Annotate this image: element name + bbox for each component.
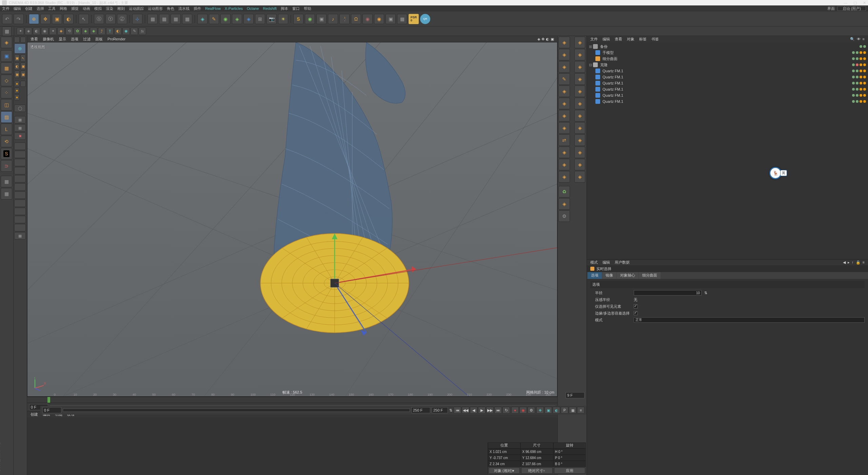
psr-reset[interactable]: PSR0 [409, 14, 419, 24]
palette-tool[interactable]: ▣ [14, 54, 20, 62]
palette-tool[interactable]: ↖ [20, 54, 26, 62]
goto-end[interactable]: ⏭ [494, 407, 502, 414]
palette-tool[interactable]: ▦ [14, 116, 26, 124]
am-nav-fwd[interactable]: ▸ [848, 260, 850, 265]
plugin-btn[interactable]: ▦ [397, 14, 407, 24]
rp-tool[interactable]: ◈ [558, 61, 570, 73]
menu-item[interactable]: 渲染 [106, 6, 113, 11]
pen-tool[interactable]: ✎ [209, 14, 219, 24]
camera[interactable]: 📷 [267, 14, 277, 24]
sec-tool[interactable]: ◐ [33, 27, 40, 35]
menu-item[interactable]: 插件 [194, 6, 201, 11]
sec-tool[interactable]: ◈ [57, 27, 65, 35]
palette-tool[interactable] [14, 216, 26, 223]
sec-tool[interactable]: ⤴ [98, 27, 105, 35]
palette-tool[interactable]: ▦ [14, 124, 26, 132]
menu-item[interactable]: 文件 [2, 6, 9, 11]
am-nav-up[interactable]: ↑ [852, 260, 854, 265]
rp2-tool[interactable]: ◈ [574, 134, 585, 146]
vp-menu-item[interactable]: 过滤 [83, 37, 91, 42]
attr-checkbox[interactable] [634, 304, 638, 308]
rp2-tool[interactable]: ◈ [574, 122, 585, 134]
object-row[interactable]: Quartz FM.1 [587, 92, 868, 98]
vp-menu-item[interactable]: 选项 [71, 37, 78, 42]
object-row[interactable]: ⊟克隆 [587, 62, 868, 68]
deformer[interactable]: ◈ [243, 14, 254, 24]
light[interactable]: ☀ [278, 14, 288, 24]
next-key[interactable]: ▶▶ [486, 407, 494, 414]
am-tab[interactable]: 选项 [588, 272, 602, 279]
rp-tool[interactable]: ◈ [558, 198, 570, 210]
range-start-field[interactable]: 0 F [42, 407, 61, 413]
palette-tool[interactable] [20, 37, 26, 43]
vp-menu-item[interactable]: 面板 [95, 37, 103, 42]
rp-tool[interactable]: ⇄ [558, 134, 570, 146]
rp2-tool[interactable]: ◈ [574, 98, 585, 109]
rp-tool[interactable]: ⚙ [558, 210, 570, 222]
vp-nav-icon[interactable]: ✥ [541, 37, 545, 41]
om-menu[interactable]: 查看 [615, 37, 622, 42]
plugin-btn[interactable]: ♪ [328, 14, 338, 24]
menu-item[interactable]: 选择 [37, 6, 44, 11]
palette-tool[interactable]: ▦ [14, 232, 26, 240]
coord-cell[interactable]: X 96.698 cm [520, 449, 553, 455]
sec-tool[interactable]: ◈ [25, 27, 32, 35]
palette-tool[interactable] [14, 175, 26, 183]
sec-tool[interactable]: ◉ [122, 27, 130, 35]
magnet-mode[interactable]: ⊃ [1, 160, 12, 172]
timeline-playhead[interactable] [47, 397, 50, 403]
menu-item[interactable]: 模拟 [94, 6, 102, 11]
polygon-mode[interactable]: ▨ [1, 111, 12, 123]
cube-primitive[interactable]: ◈ [197, 14, 208, 24]
rp2-tool[interactable]: ◈ [574, 171, 585, 183]
palette-tool[interactable]: ◐ [14, 62, 20, 70]
maximize-button[interactable]: ▢ [853, 1, 857, 5]
axis-y[interactable]: Ⓨ [105, 14, 116, 24]
menu-plugin[interactable]: Octane [247, 6, 259, 11]
rp-tool[interactable]: ◈ [558, 49, 570, 60]
rp-tool[interactable]: ◈ [558, 122, 570, 134]
mat-menu[interactable]: 创建 [31, 412, 38, 417]
viewport-solo[interactable]: ▦ [1, 176, 12, 187]
plugin-btn[interactable]: ▣ [386, 14, 396, 24]
menu-item[interactable]: 帮助 [304, 6, 311, 11]
vp-nav-icon[interactable]: ◐ [546, 37, 549, 41]
palette-tool[interactable]: ▣ [14, 71, 20, 78]
move-tool[interactable]: ✥ [40, 14, 51, 24]
coord-apply-button[interactable]: 应用 [554, 468, 585, 474]
attr-number-field[interactable]: 10 [634, 290, 702, 296]
key-opts2[interactable]: ≡ [577, 407, 585, 414]
generator[interactable]: ◈ [232, 14, 242, 24]
live-select-icon[interactable]: ⊕ [14, 43, 26, 54]
key-r[interactable]: ◐ [553, 407, 560, 414]
render-region[interactable]: ▦ [159, 14, 169, 24]
palette-tool[interactable]: ✖ [14, 132, 26, 140]
am-tab[interactable]: 镜像 [602, 272, 616, 279]
edge-mode[interactable]: ◫ [1, 99, 12, 111]
record-key[interactable]: ● [511, 407, 519, 414]
axis-mode[interactable]: L [1, 124, 12, 135]
key-pla[interactable]: ▦ [569, 407, 576, 414]
coord-cell[interactable]: P 0 ° [553, 455, 586, 461]
coord-cell[interactable]: Y -0.737 cm [488, 455, 520, 461]
palette-tool[interactable]: ▣ [20, 71, 26, 78]
rp2-tool[interactable]: ◈ [574, 37, 585, 48]
toggle-mode[interactable]: S [1, 148, 12, 159]
viewport-solo2[interactable]: ▦ [1, 188, 12, 200]
palette-tool[interactable] [14, 159, 26, 166]
coord-mode-dropdown[interactable]: 对象 (相对) ▾ [489, 468, 520, 474]
palette-tool[interactable] [14, 37, 20, 43]
am-nav-back[interactable]: ◀ [843, 260, 846, 265]
om-menu[interactable]: 标签 [639, 37, 647, 42]
plugin-btn[interactable]: 🕴 [339, 14, 350, 24]
play-back[interactable]: ◀ [470, 407, 477, 414]
palette-tool[interactable] [20, 81, 26, 87]
rp2-tool[interactable]: ◈ [574, 159, 585, 170]
sec-tool[interactable]: ◉ [41, 27, 48, 35]
am-menu[interactable]: 模式 [590, 260, 598, 265]
object-row[interactable]: ⊞备份 [587, 43, 868, 50]
menu-item[interactable]: 窗口 [292, 6, 300, 11]
vp-menu-item[interactable]: 摄像机 [43, 37, 54, 42]
coord-cell[interactable]: Z 107.66 cm [520, 461, 553, 467]
object-row[interactable]: Quartz FM.1 [587, 68, 868, 74]
